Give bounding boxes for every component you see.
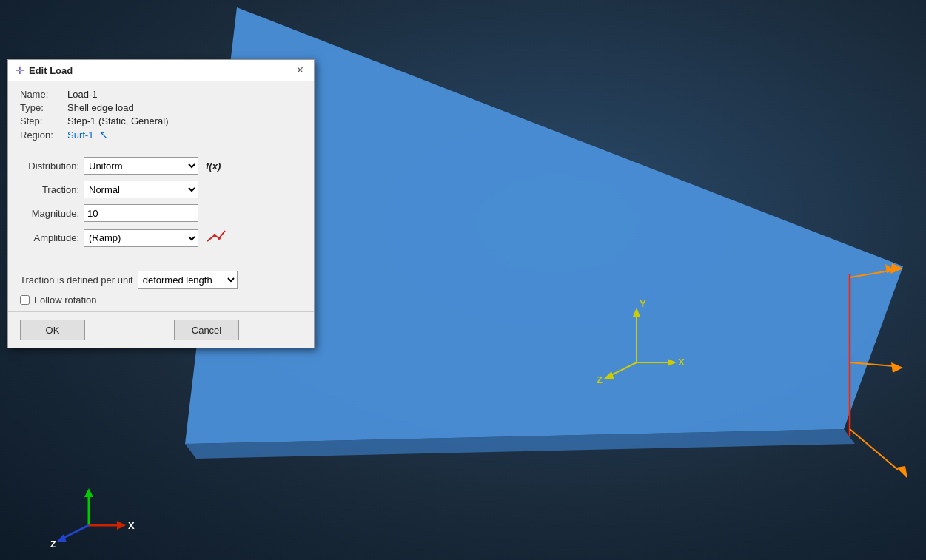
follow-rotation-row: Follow rotation	[20, 294, 302, 306]
traction-select[interactable]: Normal Shear Transverse shear General	[84, 181, 198, 198]
svg-text:Z: Z	[597, 374, 603, 385]
fx-label: f(x)	[206, 161, 221, 172]
svg-marker-9	[896, 466, 907, 479]
load-icon: ✛	[16, 64, 24, 76]
step-value: Step-1 (Static, General)	[67, 115, 169, 126]
cursor-icon: ↖	[99, 129, 108, 141]
amplitude-label: Amplitude:	[20, 232, 79, 243]
dialog-extra-section: Traction is defined per unit deformed le…	[8, 260, 314, 312]
amplitude-select[interactable]: (Ramp) (Instantaneous) Amp-1	[84, 229, 198, 247]
dialog-fields-section: Distribution: Uniform User-defined f(x) …	[8, 149, 314, 260]
region-row: Region: Surf-1 ↖	[20, 129, 302, 141]
svg-point-28	[218, 237, 221, 240]
traction-unit-label: Traction is defined per unit	[20, 274, 133, 286]
type-row: Type: Shell edge load	[20, 102, 302, 113]
svg-point-27	[213, 234, 216, 237]
edit-load-dialog: ✛ Edit Load × Name: Load-1 Type: Shell e…	[7, 59, 315, 348]
step-row: Step: Step-1 (Static, General)	[20, 115, 302, 126]
follow-rotation-label: Follow rotation	[34, 294, 97, 306]
svg-marker-20	[84, 488, 93, 497]
magnitude-row: Magnitude:	[20, 204, 302, 222]
region-label: Region:	[20, 129, 64, 141]
region-value[interactable]: Surf-1	[67, 129, 93, 141]
step-label: Step:	[20, 115, 64, 126]
traction-row: Traction: Normal Shear Transverse shear …	[20, 181, 302, 198]
type-label: Type:	[20, 102, 64, 113]
svg-marker-22	[117, 521, 126, 530]
dialog-info-section: Name: Load-1 Type: Shell edge load Step:…	[8, 81, 314, 149]
svg-marker-7	[891, 362, 903, 373]
svg-text:X: X	[128, 520, 135, 531]
dialog-title: Edit Load	[29, 65, 73, 76]
svg-line-8	[850, 429, 898, 470]
unit-select[interactable]: deformed length undeformed length	[138, 271, 238, 289]
distribution-label: Distribution:	[20, 161, 79, 172]
svg-marker-24	[56, 534, 67, 542]
dialog-buttons-section: OK Cancel	[8, 312, 314, 348]
magnitude-label: Magnitude:	[20, 208, 79, 219]
traction-label: Traction:	[20, 184, 79, 195]
cancel-button[interactable]: Cancel	[174, 320, 239, 340]
type-value: Shell edge load	[67, 102, 134, 113]
dialog-titlebar: ✛ Edit Load ×	[8, 60, 314, 81]
svg-text:X: X	[678, 357, 685, 368]
ramp-icon	[206, 228, 228, 248]
name-label: Name:	[20, 89, 64, 100]
distribution-select[interactable]: Uniform User-defined	[84, 157, 198, 175]
close-button[interactable]: ×	[294, 64, 306, 76]
svg-text:Z: Z	[50, 539, 56, 550]
amplitude-row: Amplitude: (Ramp) (Instantaneous) Amp-1	[20, 228, 302, 248]
traction-unit-row: Traction is defined per unit deformed le…	[20, 271, 302, 289]
name-value: Load-1	[67, 89, 97, 100]
magnitude-input[interactable]	[84, 204, 198, 222]
svg-text:Y: Y	[640, 298, 646, 309]
distribution-row: Distribution: Uniform User-defined f(x)	[20, 157, 302, 175]
follow-rotation-checkbox[interactable]	[20, 295, 30, 305]
name-row: Name: Load-1	[20, 89, 302, 100]
ok-button[interactable]: OK	[20, 320, 85, 340]
